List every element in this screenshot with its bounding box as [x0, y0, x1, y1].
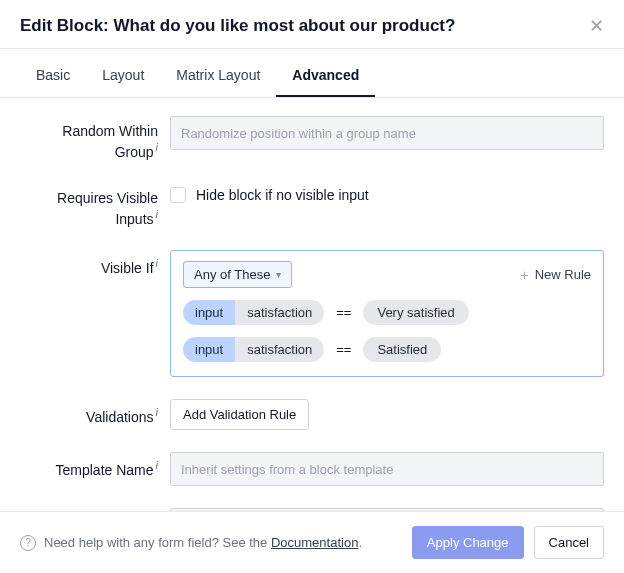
rule-value-pill[interactable]: Very satisfied — [363, 300, 468, 325]
tab-layout[interactable]: Layout — [86, 57, 160, 97]
form-content: Random Within Groupi Requires Visible In… — [0, 98, 624, 511]
hide-block-label: Hide block if no visible input — [196, 187, 369, 203]
rule-operator[interactable]: == — [334, 305, 353, 320]
template-name-input[interactable] — [170, 452, 604, 486]
hide-block-checkbox[interactable] — [170, 187, 186, 203]
label-template-name: Template Namei — [20, 452, 170, 479]
dialog-header: Edit Block: What do you like most about … — [0, 0, 624, 48]
new-rule-button[interactable]: + New Rule — [520, 267, 591, 283]
apply-change-button[interactable]: Apply Change — [412, 526, 524, 559]
rule-operator[interactable]: == — [334, 342, 353, 357]
label-validations: Validationsi — [20, 399, 170, 426]
rule-field-pill[interactable]: input satisfaction — [183, 337, 324, 362]
info-icon[interactable]: i — [156, 459, 158, 471]
cancel-button[interactable]: Cancel — [534, 526, 604, 559]
combinator-select[interactable]: Any of These ▾ — [183, 261, 292, 288]
plus-icon: + — [520, 267, 528, 283]
documentation-link[interactable]: Documentation — [271, 535, 358, 550]
label-random-within-group: Random Within Groupi — [20, 116, 170, 161]
info-icon[interactable]: i — [156, 208, 158, 220]
info-icon[interactable]: i — [156, 141, 158, 153]
label-visible-if: Visible Ifi — [20, 250, 170, 277]
dialog-title: Edit Block: What do you like most about … — [20, 16, 455, 36]
info-icon[interactable]: i — [156, 406, 158, 418]
rule-row: input satisfaction == Satisfied — [183, 337, 591, 362]
random-within-group-input[interactable] — [170, 116, 604, 150]
chevron-down-icon: ▾ — [276, 269, 281, 280]
tab-matrix-layout[interactable]: Matrix Layout — [160, 57, 276, 97]
info-icon[interactable]: i — [156, 257, 158, 269]
tab-basic[interactable]: Basic — [20, 57, 86, 97]
visible-if-rules-box: Any of These ▾ + New Rule input satisfac… — [170, 250, 604, 377]
rule-row: input satisfaction == Very satisfied — [183, 300, 591, 325]
help-text: ? Need help with any form field? See the… — [20, 535, 362, 551]
dialog-footer: ? Need help with any form field? See the… — [0, 511, 624, 573]
row-visible-if: Visible Ifi Any of These ▾ + New Rule in… — [20, 250, 604, 377]
row-template-name: Template Namei — [20, 452, 604, 486]
tab-advanced[interactable]: Advanced — [276, 57, 375, 97]
row-requires-visible-inputs: Requires Visible Inputsi Hide block if n… — [20, 183, 604, 228]
row-validations: Validationsi Add Validation Rule — [20, 399, 604, 430]
label-requires-visible-inputs: Requires Visible Inputsi — [20, 183, 170, 228]
rule-value-pill[interactable]: Satisfied — [363, 337, 441, 362]
help-icon[interactable]: ? — [20, 535, 36, 551]
rule-field-pill[interactable]: input satisfaction — [183, 300, 324, 325]
close-icon[interactable]: ✕ — [589, 17, 604, 35]
tabs: Basic Layout Matrix Layout Advanced — [0, 49, 624, 98]
row-random-within-group: Random Within Groupi — [20, 116, 604, 161]
add-validation-rule-button[interactable]: Add Validation Rule — [170, 399, 309, 430]
